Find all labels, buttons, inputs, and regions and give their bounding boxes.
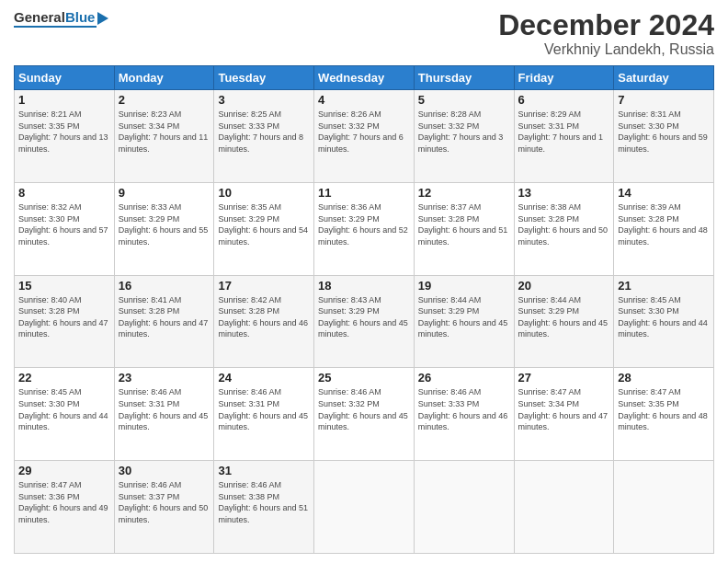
day-info: Sunrise: 8:23 AMSunset: 3:34 PMDaylight:… [119, 109, 210, 155]
day-number: 30 [119, 464, 210, 477]
day-number: 11 [318, 186, 410, 200]
day-info: Sunrise: 8:37 AMSunset: 3:28 PMDaylight:… [418, 201, 510, 247]
logo-general-text: General [14, 9, 65, 25]
day-info: Sunrise: 8:21 AMSunset: 3:35 PMDaylight:… [18, 109, 110, 155]
week-row-2: 8Sunrise: 8:32 AMSunset: 3:30 PMDaylight… [15, 182, 714, 275]
day-info: Sunrise: 8:47 AMSunset: 3:36 PMDaylight:… [18, 479, 110, 525]
day-number: 10 [218, 186, 310, 200]
calendar-cell: 7Sunrise: 8:31 AMSunset: 3:30 PMDaylight… [614, 90, 714, 183]
day-number: 3 [218, 93, 310, 107]
location: Verkhniy Landekh, Russia [498, 41, 714, 58]
calendar-cell: 10Sunrise: 8:35 AMSunset: 3:29 PMDayligh… [214, 182, 314, 275]
calendar-cell: 11Sunrise: 8:36 AMSunset: 3:29 PMDayligh… [314, 182, 415, 275]
day-number: 20 [518, 279, 610, 293]
day-info: Sunrise: 8:46 AMSunset: 3:38 PMDaylight:… [218, 479, 310, 525]
title-section: December 2024 Verkhniy Landekh, Russia [498, 9, 714, 58]
calendar-cell: 16Sunrise: 8:41 AMSunset: 3:28 PMDayligh… [114, 275, 214, 368]
day-info: Sunrise: 8:43 AMSunset: 3:29 PMDaylight:… [318, 294, 410, 340]
header: General Blue December 2024 Verkhniy Land… [14, 9, 714, 58]
day-info: Sunrise: 8:46 AMSunset: 3:32 PMDaylight:… [318, 386, 410, 432]
logo-blue-text: Blue [65, 9, 96, 25]
calendar-cell: 1Sunrise: 8:21 AMSunset: 3:35 PMDaylight… [15, 90, 115, 183]
calendar-cell: 3Sunrise: 8:25 AMSunset: 3:33 PMDaylight… [214, 90, 314, 183]
day-number: 24 [218, 371, 310, 385]
day-number: 27 [518, 371, 610, 385]
header-friday: Friday [514, 66, 614, 90]
logo-arrow-icon [97, 12, 108, 25]
day-number: 8 [18, 186, 110, 200]
calendar-cell: 24Sunrise: 8:46 AMSunset: 3:31 PMDayligh… [214, 368, 314, 461]
calendar-cell: 18Sunrise: 8:43 AMSunset: 3:29 PMDayligh… [314, 275, 415, 368]
day-number: 21 [618, 279, 710, 293]
day-info: Sunrise: 8:36 AMSunset: 3:29 PMDaylight:… [318, 201, 410, 247]
day-info: Sunrise: 8:46 AMSunset: 3:31 PMDaylight:… [119, 386, 210, 432]
calendar-cell: 22Sunrise: 8:45 AMSunset: 3:30 PMDayligh… [15, 368, 115, 461]
day-number: 25 [318, 371, 410, 385]
calendar-cell: 14Sunrise: 8:39 AMSunset: 3:28 PMDayligh… [614, 182, 714, 275]
day-number: 17 [218, 279, 310, 293]
calendar-cell: 2Sunrise: 8:23 AMSunset: 3:34 PMDaylight… [114, 90, 214, 183]
calendar-cell: 21Sunrise: 8:45 AMSunset: 3:30 PMDayligh… [614, 275, 714, 368]
day-number: 31 [218, 464, 310, 477]
day-info: Sunrise: 8:28 AMSunset: 3:32 PMDaylight:… [418, 109, 510, 155]
calendar-cell: 19Sunrise: 8:44 AMSunset: 3:29 PMDayligh… [414, 275, 514, 368]
header-sunday: Sunday [15, 66, 115, 90]
day-number: 6 [518, 93, 610, 107]
calendar-cell: 23Sunrise: 8:46 AMSunset: 3:31 PMDayligh… [114, 368, 214, 461]
day-info: Sunrise: 8:35 AMSunset: 3:29 PMDaylight:… [218, 201, 310, 247]
day-number: 9 [119, 186, 210, 200]
day-number: 1 [18, 93, 110, 107]
day-info: Sunrise: 8:39 AMSunset: 3:28 PMDaylight:… [618, 201, 710, 247]
calendar-cell [414, 461, 514, 554]
day-info: Sunrise: 8:25 AMSunset: 3:33 PMDaylight:… [218, 109, 310, 155]
calendar-cell: 25Sunrise: 8:46 AMSunset: 3:32 PMDayligh… [314, 368, 415, 461]
calendar-cell: 31Sunrise: 8:46 AMSunset: 3:38 PMDayligh… [214, 461, 314, 554]
calendar-cell [514, 461, 614, 554]
month-title: December 2024 [498, 9, 714, 41]
day-info: Sunrise: 8:47 AMSunset: 3:34 PMDaylight:… [518, 386, 610, 432]
day-number: 19 [418, 279, 510, 293]
calendar-cell [314, 461, 415, 554]
calendar-cell: 8Sunrise: 8:32 AMSunset: 3:30 PMDaylight… [15, 182, 115, 275]
day-info: Sunrise: 8:31 AMSunset: 3:30 PMDaylight:… [618, 109, 710, 155]
calendar-cell: 9Sunrise: 8:33 AMSunset: 3:29 PMDaylight… [114, 182, 214, 275]
day-info: Sunrise: 8:29 AMSunset: 3:31 PMDaylight:… [518, 109, 610, 155]
calendar-cell: 30Sunrise: 8:46 AMSunset: 3:37 PMDayligh… [114, 461, 214, 554]
day-info: Sunrise: 8:40 AMSunset: 3:28 PMDaylight:… [18, 294, 110, 340]
page: General Blue December 2024 Verkhniy Land… [0, 0, 728, 563]
week-row-5: 29Sunrise: 8:47 AMSunset: 3:36 PMDayligh… [15, 461, 714, 554]
calendar-cell: 12Sunrise: 8:37 AMSunset: 3:28 PMDayligh… [414, 182, 514, 275]
week-row-3: 15Sunrise: 8:40 AMSunset: 3:28 PMDayligh… [15, 275, 714, 368]
calendar-cell: 17Sunrise: 8:42 AMSunset: 3:28 PMDayligh… [214, 275, 314, 368]
header-saturday: Saturday [614, 66, 714, 90]
week-row-1: 1Sunrise: 8:21 AMSunset: 3:35 PMDaylight… [15, 90, 714, 183]
header-wednesday: Wednesday [314, 66, 415, 90]
day-info: Sunrise: 8:41 AMSunset: 3:28 PMDaylight:… [119, 294, 210, 340]
calendar-cell: 27Sunrise: 8:47 AMSunset: 3:34 PMDayligh… [514, 368, 614, 461]
calendar-cell: 4Sunrise: 8:26 AMSunset: 3:32 PMDaylight… [314, 90, 415, 183]
logo: General Blue [14, 9, 97, 28]
day-info: Sunrise: 8:47 AMSunset: 3:35 PMDaylight:… [618, 386, 710, 432]
day-info: Sunrise: 8:45 AMSunset: 3:30 PMDaylight:… [18, 386, 110, 432]
day-number: 26 [418, 371, 510, 385]
calendar-cell [614, 461, 714, 554]
days-header-row: Sunday Monday Tuesday Wednesday Thursday… [15, 66, 714, 90]
day-number: 7 [618, 93, 710, 107]
day-info: Sunrise: 8:32 AMSunset: 3:30 PMDaylight:… [18, 201, 110, 247]
day-number: 2 [119, 93, 210, 107]
calendar-cell: 29Sunrise: 8:47 AMSunset: 3:36 PMDayligh… [15, 461, 115, 554]
calendar-table: Sunday Monday Tuesday Wednesday Thursday… [14, 65, 714, 554]
calendar-cell: 20Sunrise: 8:44 AMSunset: 3:29 PMDayligh… [514, 275, 614, 368]
day-info: Sunrise: 8:38 AMSunset: 3:28 PMDaylight:… [518, 201, 610, 247]
day-info: Sunrise: 8:33 AMSunset: 3:29 PMDaylight:… [119, 201, 210, 247]
logo-underline [14, 26, 97, 28]
day-number: 5 [418, 93, 510, 107]
day-number: 16 [119, 279, 210, 293]
day-number: 23 [119, 371, 210, 385]
day-number: 29 [18, 464, 110, 477]
day-info: Sunrise: 8:46 AMSunset: 3:37 PMDaylight:… [119, 479, 210, 525]
day-number: 18 [318, 279, 410, 293]
calendar-cell: 28Sunrise: 8:47 AMSunset: 3:35 PMDayligh… [614, 368, 714, 461]
day-info: Sunrise: 8:26 AMSunset: 3:32 PMDaylight:… [318, 109, 410, 155]
header-tuesday: Tuesday [214, 66, 314, 90]
